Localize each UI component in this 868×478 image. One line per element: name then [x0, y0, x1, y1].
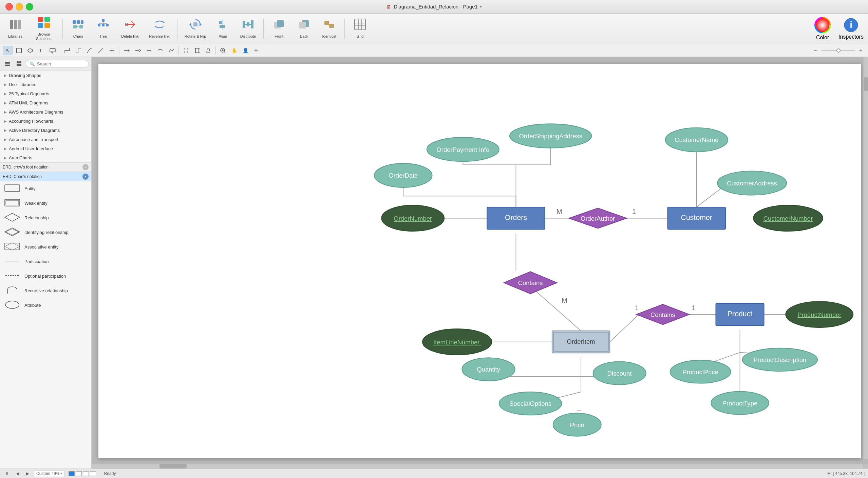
canvas-area[interactable]: M 1 1 M 1: [92, 57, 868, 469]
next-page-button[interactable]: ▶: [24, 470, 31, 477]
crop-tool[interactable]: [181, 46, 191, 55]
align-button[interactable]: Align: [211, 15, 235, 42]
zoom-slider-thumb[interactable]: [836, 48, 841, 53]
reverse-link-button[interactable]: Reverse link: [145, 15, 174, 42]
vertical-scroll-thumb[interactable]: [864, 77, 868, 91]
search-box[interactable]: 🔍: [26, 60, 89, 68]
shape-label: Relationship: [24, 215, 49, 220]
diagram-svg: M 1 1 M 1: [98, 64, 861, 458]
main-content: 🔍 ▶ Drawing Shapes ▶ User Libraries ▶ 25…: [0, 57, 868, 469]
libraries-button[interactable]: Libraries: [3, 15, 27, 42]
sidebar-item-android-ui[interactable]: ▶ Android User Interface: [0, 144, 91, 153]
page-view-2[interactable]: [76, 471, 82, 476]
connector-curved[interactable]: [84, 46, 95, 55]
erd-identifying-relationship-item[interactable]: Identifying relationship: [0, 225, 91, 240]
zoom-in-btn2[interactable]: +: [856, 46, 865, 55]
main-toolbar: Libraries Browse Solutions: [0, 14, 868, 44]
distribute-button[interactable]: Distribute: [236, 15, 260, 42]
sidebar-item-active-directory[interactable]: ▶ Active Directory Diagrams: [0, 126, 91, 135]
grid-button[interactable]: Grid: [348, 15, 372, 42]
identical-button[interactable]: Identical: [317, 15, 341, 42]
sidebar-item-atm-uml[interactable]: ▶ ATM UML Diagrams: [0, 98, 91, 107]
connector-orthogonal[interactable]: [62, 46, 72, 55]
callout-tool[interactable]: [48, 46, 58, 55]
reverse-link-label: Reverse link: [149, 34, 170, 39]
search-input[interactable]: [37, 61, 85, 66]
erd-entity-item[interactable]: Entity: [0, 181, 91, 196]
arrow-tool-2[interactable]: [133, 46, 143, 55]
erd-crows-foot-close[interactable]: ×: [82, 164, 89, 170]
prev-page-button[interactable]: ◀: [14, 470, 21, 477]
order-payment-info-label: OrderPayment Info: [436, 146, 489, 153]
svg-rect-30: [193, 22, 197, 26]
svg-rect-2: [18, 20, 21, 29]
delete-link-icon: [124, 18, 136, 33]
sidebar-item-drawing-shapes[interactable]: ▶ Drawing Shapes: [0, 71, 91, 80]
inspectors-button[interactable]: i Inspectors: [837, 15, 865, 42]
erd-attribute-item[interactable]: Attribute: [0, 298, 91, 313]
front-button[interactable]: Front: [267, 15, 291, 42]
erd-crows-foot-bar[interactable]: ERD, crow's foot notation ×: [0, 162, 91, 172]
arrow-tool-4[interactable]: [155, 46, 165, 55]
arrow-tool-3[interactable]: [144, 46, 154, 55]
erd-chen-close[interactable]: ×: [82, 174, 89, 180]
rotate-flip-button[interactable]: Rotate & Flip: [181, 15, 210, 42]
erd-associative-entity-item[interactable]: Associative entity: [0, 240, 91, 254]
erd-relationship-item[interactable]: Relationship: [0, 211, 91, 225]
ellipse-tool[interactable]: [25, 46, 35, 55]
chain-button[interactable]: Chain: [66, 15, 90, 42]
close-button[interactable]: [5, 3, 13, 11]
minimize-button[interactable]: [16, 3, 23, 11]
zoom-in-button[interactable]: [218, 46, 228, 55]
sidebar-item-area-charts[interactable]: ▶ Area Charts: [0, 153, 91, 162]
polyline-tool[interactable]: [166, 46, 176, 55]
identical-label: Identical: [322, 34, 336, 39]
sidebar-item-aerospace[interactable]: ▶ Aerospace and Transport: [0, 135, 91, 144]
pause-button[interactable]: ⏸: [3, 470, 11, 477]
page-view-3[interactable]: [83, 471, 89, 476]
erd-recursive-relationship-item[interactable]: Recursive relationship: [0, 283, 91, 298]
customer-number-label: CustomerNumber: [763, 215, 813, 222]
horizontal-scrollbar[interactable]: [92, 464, 863, 469]
connector-elbow[interactable]: [73, 46, 83, 55]
page-view-1[interactable]: [69, 471, 75, 476]
rect-tool[interactable]: [14, 46, 24, 55]
sidebar-item-25-orgcharts[interactable]: ▶ 25 Typical Orgcharts: [0, 89, 91, 98]
vertical-scrollbar[interactable]: [863, 57, 868, 459]
erd-weak-entity-item[interactable]: Weak entity: [0, 196, 91, 211]
grid-view-btn[interactable]: [14, 59, 24, 68]
zoom-out-button[interactable]: −: [811, 46, 820, 55]
title-dropdown-icon[interactable]: ▾: [480, 4, 482, 9]
sidebar-item-accounting[interactable]: ▶ Accounting Flowcharts: [0, 117, 91, 126]
list-view-btn[interactable]: [3, 59, 12, 68]
zoom-slider[interactable]: [821, 50, 855, 51]
connector-direct[interactable]: [96, 46, 106, 55]
browse-solutions-button[interactable]: Browse Solutions: [29, 15, 59, 42]
text-tool[interactable]: T: [36, 46, 46, 55]
delete-link-button[interactable]: Delete link: [116, 15, 144, 42]
transform-tool[interactable]: [192, 46, 202, 55]
connector-split[interactable]: [107, 46, 117, 55]
diagram-canvas[interactable]: M 1 1 M 1: [98, 64, 861, 458]
maximize-button[interactable]: [26, 3, 33, 11]
pen-tool[interactable]: ✏: [251, 46, 262, 55]
erd-optional-participation-item[interactable]: Optional participation: [0, 269, 91, 283]
arrow-tool-1[interactable]: [121, 46, 132, 55]
svg-rect-81: [19, 64, 21, 66]
user-tool[interactable]: 👤: [240, 46, 250, 55]
erd-chen-bar[interactable]: ERD, Chen's notation ×: [0, 172, 91, 181]
select-tool[interactable]: ↖: [3, 46, 13, 55]
zoom-select[interactable]: Custom 49% ▾: [34, 470, 64, 477]
perspective-tool[interactable]: [203, 46, 213, 55]
tree-button[interactable]: Tree: [91, 15, 115, 42]
sidebar-item-user-libraries[interactable]: ▶ User Libraries: [0, 80, 91, 89]
horizontal-scroll-thumb[interactable]: [159, 464, 187, 469]
inspectors-icon: i: [844, 18, 858, 34]
back-button[interactable]: Back: [292, 15, 316, 42]
erd-participation-item[interactable]: Participation: [0, 254, 91, 269]
page-view-4[interactable]: [90, 471, 96, 476]
svg-rect-21: [106, 24, 109, 26]
sidebar-item-aws-architecture[interactable]: ▶ AWS Architecture Diagrams: [0, 107, 91, 117]
color-button[interactable]: Color: [809, 15, 836, 42]
pan-tool[interactable]: ✋: [229, 46, 239, 55]
